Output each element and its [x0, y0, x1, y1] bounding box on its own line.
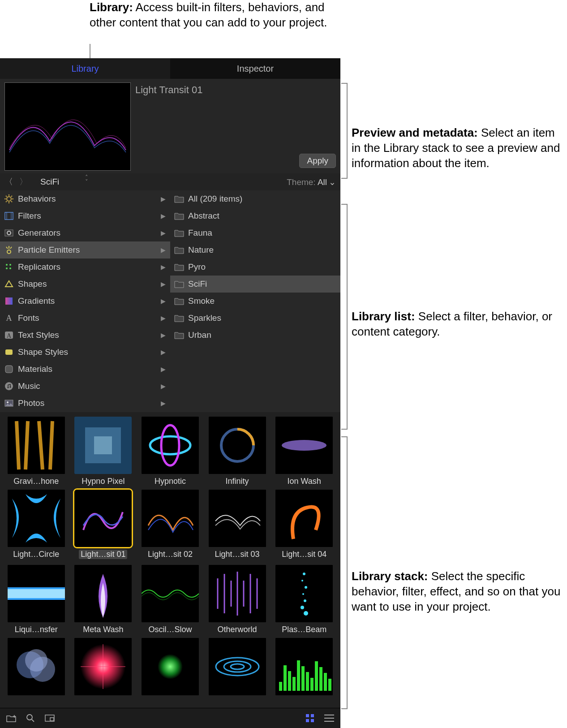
- library-item[interactable]: Oscil…Slow: [137, 565, 203, 634]
- library-item[interactable]: Light…sit 04: [271, 490, 337, 561]
- library-item[interactable]: [271, 638, 337, 698]
- library-item[interactable]: Plas…Beam: [271, 565, 337, 634]
- subfolder-row[interactable]: Pyro: [170, 258, 340, 276]
- library-panel: Library Inspector Light Transit 01 Apply…: [0, 58, 340, 728]
- item-thumbnail: [8, 638, 65, 695]
- apply-button[interactable]: Apply: [299, 154, 336, 168]
- subfolder-row[interactable]: Smoke: [170, 293, 340, 310]
- folder-icon: [174, 262, 185, 272]
- filmstrip-icon: [4, 211, 14, 221]
- svg-point-70: [305, 586, 307, 589]
- library-item[interactable]: Infinity: [205, 417, 270, 486]
- nav-forward-button[interactable]: 〉: [19, 176, 28, 188]
- category-label: Shape Styles: [18, 347, 68, 357]
- svg-point-69: [301, 580, 303, 582]
- music-icon: [4, 381, 14, 392]
- library-item[interactable]: [137, 638, 203, 698]
- disclosure-arrow-icon: ▶: [161, 383, 166, 390]
- library-item[interactable]: Light…sit 02: [137, 490, 203, 561]
- library-item[interactable]: Ion Wash: [271, 417, 337, 486]
- library-item[interactable]: Meta Wash: [71, 565, 136, 634]
- item-thumbnail: [275, 417, 333, 474]
- svg-line-18: [10, 247, 12, 249]
- category-row[interactable]: Shape Styles▶: [0, 344, 170, 361]
- library-item[interactable]: Otherworld: [205, 565, 270, 634]
- svg-rect-95: [301, 666, 305, 691]
- svg-point-48: [282, 440, 326, 451]
- path-popup[interactable]: SciFi ˄˅: [31, 177, 283, 187]
- annotation-library: Library: Access built-in filters, behavi…: [90, 0, 340, 30]
- panel-tabs: Library Inspector: [0, 58, 340, 79]
- item-thumbnail: [142, 417, 199, 474]
- item-thumbnail: [209, 638, 266, 695]
- svg-rect-28: [5, 366, 13, 373]
- subfolder-row[interactable]: Fauna: [170, 224, 340, 241]
- tab-library[interactable]: Library: [0, 58, 170, 79]
- new-folder-icon[interactable]: [6, 714, 16, 722]
- search-icon[interactable]: [26, 714, 35, 723]
- svg-line-8: [11, 196, 12, 197]
- category-row[interactable]: Photos▶: [0, 395, 170, 412]
- library-item[interactable]: Hypnotic: [137, 417, 203, 486]
- svg-point-15: [7, 250, 11, 254]
- svg-rect-27: [5, 349, 13, 355]
- svg-point-22: [9, 267, 11, 269]
- category-row[interactable]: Particle Emitters▶: [0, 241, 170, 258]
- folder-icon: [174, 313, 185, 323]
- library-item[interactable]: Light…Circle: [4, 490, 69, 561]
- preview-title: Light Transit 01: [135, 82, 336, 96]
- category-row[interactable]: AFonts▶: [0, 310, 170, 327]
- category-row[interactable]: Materials▶: [0, 361, 170, 378]
- svg-point-84: [158, 654, 183, 679]
- svg-point-19: [6, 264, 8, 266]
- library-item[interactable]: Liqui…nsfer: [4, 565, 69, 634]
- category-row[interactable]: Music▶: [0, 378, 170, 395]
- subfolder-row[interactable]: All (209 items): [170, 190, 340, 207]
- svg-rect-108: [306, 714, 309, 717]
- item-label: Meta Wash: [71, 625, 136, 634]
- nav-back-button[interactable]: 〈: [4, 176, 13, 188]
- list-view-icon[interactable]: [324, 714, 334, 722]
- grid-view-icon[interactable]: [305, 714, 314, 723]
- theme-popup[interactable]: Theme: All⌄: [287, 177, 336, 187]
- item-label: Ion Wash: [271, 477, 337, 486]
- subfolder-row[interactable]: SciFi: [170, 276, 340, 293]
- category-row[interactable]: Filters▶: [0, 207, 170, 224]
- category-label: Fonts: [18, 313, 39, 323]
- svg-point-71: [302, 593, 304, 595]
- disclosure-arrow-icon: ▶: [161, 229, 166, 237]
- category-row[interactable]: Shapes▶: [0, 276, 170, 293]
- annotation-list: Library list: Select a filter, behavior,…: [352, 309, 567, 340]
- library-item[interactable]: Gravi…hone: [4, 417, 69, 486]
- category-row[interactable]: Gradients▶: [0, 293, 170, 310]
- svg-point-21: [6, 267, 8, 269]
- disclosure-arrow-icon: ▶: [161, 263, 166, 271]
- subfolder-row[interactable]: Nature: [170, 241, 340, 258]
- folder-icon: [174, 228, 185, 238]
- item-thumbnail: [275, 638, 333, 695]
- tab-inspector[interactable]: Inspector: [170, 58, 340, 79]
- category-row[interactable]: Generators▶: [0, 224, 170, 241]
- subfolder-row[interactable]: Abstract: [170, 207, 340, 224]
- subfolder-label: Fauna: [188, 228, 212, 238]
- library-item[interactable]: [4, 638, 69, 698]
- subfolder-row[interactable]: Sparkles: [170, 310, 340, 327]
- subfolder-label: Pyro: [188, 262, 206, 272]
- category-row[interactable]: AText Styles▶: [0, 327, 170, 344]
- category-row[interactable]: Behaviors▶: [0, 190, 170, 207]
- layout-icon[interactable]: [45, 715, 55, 722]
- subfolder-row[interactable]: Urban: [170, 327, 340, 344]
- category-label: Music: [18, 381, 40, 391]
- library-item[interactable]: [71, 638, 136, 698]
- library-item[interactable]: Light…sit 01: [71, 490, 136, 561]
- item-thumbnail: [74, 417, 132, 474]
- library-item[interactable]: Light…sit 03: [205, 490, 270, 561]
- library-item[interactable]: Hypno Pixel: [71, 417, 136, 486]
- replicator-icon: [4, 262, 14, 272]
- library-item[interactable]: [205, 638, 270, 698]
- item-thumbnail: [142, 565, 199, 622]
- category-row[interactable]: Content▶: [0, 412, 170, 412]
- library-list: Behaviors▶Filters▶Generators▶Particle Em…: [0, 190, 340, 412]
- category-label: Photos: [18, 398, 44, 408]
- category-row[interactable]: Replicators▶: [0, 258, 170, 276]
